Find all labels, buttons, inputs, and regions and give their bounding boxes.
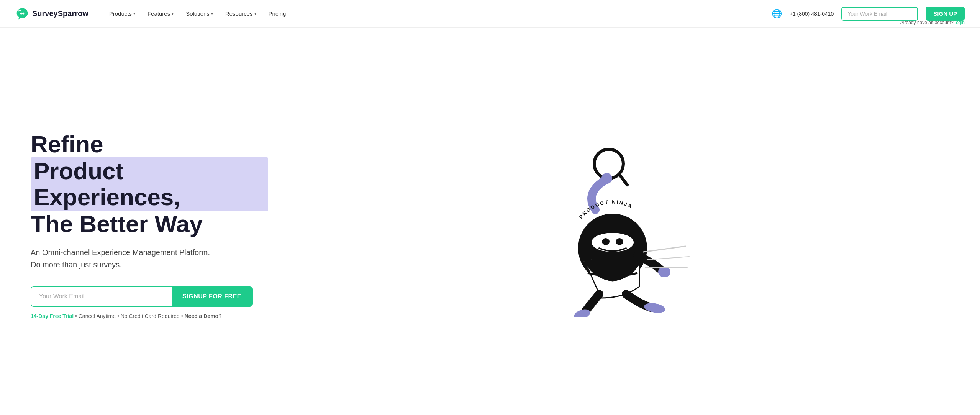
nav-features[interactable]: Features ▾ [142, 7, 179, 20]
svg-point-14 [587, 266, 589, 268]
nav-right: 🌐 +1 (800) 481-0410 SIGN UP [772, 7, 965, 21]
globe-icon[interactable]: 🌐 [772, 9, 782, 19]
chevron-down-icon: ▾ [211, 12, 213, 16]
hero-content: Refine Product Experiences, The Better W… [31, 131, 268, 319]
nav-products[interactable]: Products ▾ [104, 7, 141, 20]
product-ninja-svg: PRODUCT NINJA [524, 133, 693, 317]
svg-point-16 [591, 259, 592, 260]
svg-line-10 [643, 246, 685, 252]
svg-line-1 [619, 175, 627, 185]
hero-section: Refine Product Experiences, The Better W… [0, 28, 980, 415]
nav-email-input[interactable] [841, 7, 918, 21]
svg-point-6 [616, 238, 623, 245]
hero-email-input[interactable] [31, 287, 172, 306]
nav-resources[interactable]: Resources ▾ [220, 7, 262, 20]
svg-point-2 [601, 173, 612, 184]
chevron-down-icon: ▾ [133, 12, 135, 16]
nav-solutions[interactable]: Solutions ▾ [180, 7, 218, 20]
logo-icon [15, 7, 29, 21]
svg-point-15 [583, 261, 585, 262]
chevron-down-icon: ▾ [254, 12, 256, 16]
svg-line-11 [647, 257, 689, 260]
hero-headline: Refine Product Experiences, The Better W… [31, 131, 268, 237]
nav-links: Products ▾ Features ▾ Solutions ▾ Resour… [104, 7, 772, 20]
nav-pricing[interactable]: Pricing [263, 7, 292, 20]
svg-point-5 [602, 238, 610, 245]
nav-signup-button[interactable]: SIGN UP [926, 7, 965, 21]
highlighted-text: Product Experiences, [31, 157, 268, 211]
svg-point-9 [658, 267, 670, 277]
login-link[interactable]: Login [954, 20, 965, 25]
phone-number: +1 (800) 481-0410 [790, 11, 834, 17]
logo[interactable]: SurveySparrow [15, 7, 88, 21]
ninja-illustration: PRODUCT NINJA [524, 133, 693, 317]
hero-illustration: PRODUCT NINJA [268, 129, 949, 321]
chevron-down-icon: ▾ [172, 12, 174, 16]
already-account-text: Already have an account?Login [900, 20, 965, 25]
brand-name: SurveySparrow [32, 9, 88, 18]
trial-info: 14-Day Free Trial • Cancel Anytime • No … [31, 313, 268, 319]
svg-point-4 [592, 233, 634, 252]
navbar: SurveySparrow Products ▾ Features ▾ Solu… [0, 0, 980, 28]
hero-subtext: An Omni-channel Experience Management Pl… [31, 246, 268, 271]
hero-signup-button[interactable]: SIGNUP FOR FREE [172, 287, 252, 306]
hero-signup-form: SIGNUP FOR FREE [31, 286, 253, 307]
